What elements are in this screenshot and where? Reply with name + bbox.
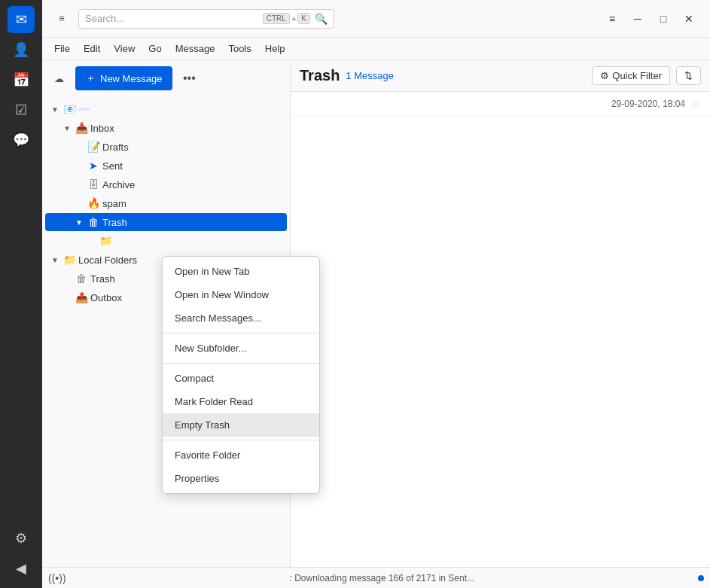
ctx-separator-2 (163, 363, 319, 364)
local-folders-label: Local Folders (78, 254, 137, 266)
sidebar-toolbar: ☁ ＋ New Message ••• (42, 60, 290, 96)
ctx-compact[interactable]: Compact (163, 367, 319, 390)
context-menu: Open in New Tab Open in New Window Searc… (162, 256, 320, 494)
maximize-button[interactable]: □ (651, 8, 675, 29)
rail-addressbook-icon[interactable]: 👤 (8, 36, 35, 63)
panel-title: Trash (300, 67, 340, 84)
ctx-empty-trash[interactable]: Empty Trash (163, 413, 319, 437)
ctx-open-new-tab[interactable]: Open in New Tab (163, 260, 319, 283)
table-row[interactable]: 29-09-2020, 18:04 ☆ (291, 92, 710, 117)
message-date: 29-09-2020, 18:04 (611, 99, 685, 109)
sidebar-item-spam[interactable]: 🔥 spam (45, 194, 287, 212)
chevron-icon: ▼ (63, 124, 72, 133)
rail-calendar-icon[interactable]: 📅 (8, 66, 35, 93)
inbox-label: Inbox (90, 123, 114, 134)
spam-icon: 🔥 (87, 197, 99, 209)
archive-icon: 🗄 (87, 178, 99, 190)
ctrl-key: CTRL (263, 13, 290, 24)
ctx-new-subfolder[interactable]: New Subfolder... (163, 337, 319, 360)
sync-icon[interactable]: ☁ (48, 68, 69, 89)
plus-icon: ＋ (86, 72, 96, 85)
quick-filter-button[interactable]: ⚙ Quick Filter (592, 66, 670, 85)
rail-mail-icon[interactable]: ✉ (8, 6, 35, 33)
status-text: : Downloading message 166 of 2171 in Sen… (72, 573, 692, 583)
sort-icon: ⇅ (684, 70, 693, 81)
panel-toolbar: Trash 1 Message ⚙ Quick Filter ⇅ (291, 60, 710, 92)
wifi-icon: ((•)) (48, 572, 66, 584)
local-folders-icon: 📁 (63, 254, 75, 266)
menu-tools[interactable]: Tools (222, 41, 257, 56)
close-button[interactable]: ✕ (677, 8, 701, 29)
account-label (78, 108, 90, 111)
search-placeholder: Search... (85, 13, 124, 24)
status-bar: ((•)) : Downloading message 166 of 2171 … (42, 567, 710, 588)
menu-help[interactable]: Help (259, 41, 291, 56)
menu-go[interactable]: Go (142, 41, 167, 56)
message-list: 29-09-2020, 18:04 ☆ (291, 92, 710, 567)
account-icon: 📧 (63, 103, 75, 115)
chevron-icon: ▼ (51, 256, 60, 264)
folder-item-account[interactable]: ▼ 📧 (45, 100, 287, 118)
filter-icon: ⚙ (600, 70, 609, 81)
sidebar-item-drafts[interactable]: 📝 Drafts (45, 138, 287, 156)
drafts-icon: 📝 (87, 141, 99, 153)
sidebar-item-subfolder[interactable]: 📁 (45, 232, 287, 250)
folder-icon: 📁 (99, 235, 111, 247)
menu-edit[interactable]: Edit (78, 41, 106, 56)
window-controls: ≡ ─ □ ✕ (600, 8, 701, 29)
local-trash-label: Trash (90, 273, 115, 285)
k-key: K (297, 13, 310, 24)
ctx-open-new-window[interactable]: Open in New Window (163, 283, 319, 306)
local-trash-icon: 🗑 (75, 273, 87, 285)
inbox-icon: 📥 (75, 122, 87, 134)
rail-collapse-icon[interactable]: ◀ (8, 555, 35, 582)
main-area: ≡ Search... CTRL + K 🔍 ≡ ─ □ ✕ File Edit… (42, 0, 710, 588)
sidebar-item-sent[interactable]: ➤ Sent (45, 157, 287, 175)
sidebar-item-trash[interactable]: ▼ 🗑 Trash (45, 213, 287, 231)
star-icon[interactable]: ☆ (691, 98, 701, 110)
sidebar-item-inbox[interactable]: ▼ 📥 Inbox (45, 119, 287, 137)
menu-file[interactable]: File (48, 41, 76, 56)
search-icon[interactable]: 🔍 (315, 13, 328, 25)
search-shortcut: CTRL + K (263, 13, 310, 24)
sent-label: Sent (102, 160, 123, 172)
minimize-button[interactable]: ─ (626, 8, 650, 29)
sidebar-item-archive[interactable]: 🗄 Archive (45, 175, 287, 193)
sort-button[interactable]: ⇅ (676, 66, 701, 85)
ctx-favorite-folder[interactable]: Favorite Folder (163, 443, 319, 467)
title-bar: ≡ Search... CTRL + K 🔍 ≡ ─ □ ✕ (42, 0, 710, 38)
message-count: 1 Message (346, 70, 394, 81)
ctx-separator-3 (163, 440, 319, 440)
ctx-separator-1 (163, 333, 319, 334)
new-message-label: New Message (100, 73, 162, 84)
main-panel: Trash 1 Message ⚙ Quick Filter ⇅ 29-09-2… (291, 60, 710, 567)
chevron-icon: ▼ (75, 218, 84, 227)
icon-rail: ✉ 👤 📅 ☑ 💬 ⚙ ◀ (0, 0, 42, 588)
quick-filter-label: Quick Filter (612, 70, 662, 81)
rail-settings-icon[interactable]: ⚙ (8, 525, 35, 552)
trash-label: Trash (102, 217, 127, 228)
trash-icon: 🗑 (87, 216, 99, 228)
chevron-icon: ▼ (51, 105, 60, 114)
menu-bar: File Edit View Go Message Tools Help (42, 38, 710, 60)
ctx-mark-folder-read[interactable]: Mark Folder Read (163, 390, 319, 413)
plus-sign: + (291, 14, 296, 23)
ctx-search-messages[interactable]: Search Messages... (163, 306, 319, 330)
menu-view[interactable]: View (108, 41, 141, 56)
outbox-icon: 📤 (75, 291, 87, 303)
more-button[interactable]: ••• (178, 68, 200, 89)
rail-tasks-icon[interactable]: ☑ (8, 96, 35, 123)
search-box: Search... CTRL + K 🔍 (78, 9, 334, 29)
rail-chat-icon[interactable]: 💬 (8, 126, 35, 154)
outbox-label: Outbox (90, 292, 122, 303)
sidebar-toggle-icon[interactable]: ≡ (51, 8, 72, 29)
sent-icon: ➤ (87, 160, 99, 172)
hamburger-button[interactable]: ≡ (600, 8, 624, 29)
status-dot (698, 575, 704, 581)
drafts-label: Drafts (102, 142, 129, 153)
spam-label: spam (102, 198, 126, 209)
menu-message[interactable]: Message (169, 41, 221, 56)
new-message-button[interactable]: ＋ New Message (75, 66, 172, 90)
ctx-properties[interactable]: Properties (163, 467, 319, 490)
archive-label: Archive (102, 179, 135, 190)
